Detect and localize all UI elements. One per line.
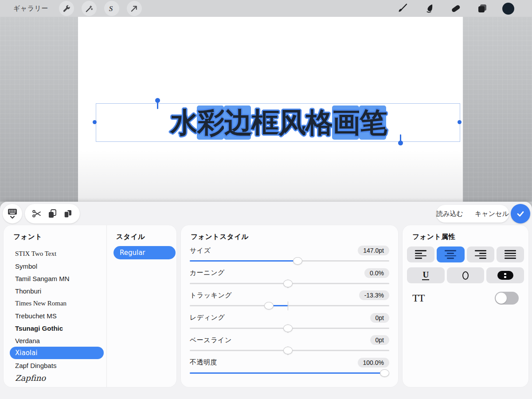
selection-button[interactable]: S [104,1,119,16]
text-selection-box[interactable]: 水彩边框风格画笔 [96,103,460,142]
slider-track[interactable] [190,280,389,288]
eraser-icon [450,3,462,14]
slider-value-badge: 147.0pt [358,246,389,255]
copy-button[interactable] [47,208,58,219]
slider-thumb[interactable] [264,302,274,309]
selection-icon: S [107,4,116,13]
canvas-char[interactable]: 风 [278,106,305,140]
slider-value-badge: 0.0% [364,268,389,278]
slider-label: サイズ [190,246,211,255]
slider-track[interactable] [190,347,389,355]
confirm-button[interactable] [511,204,530,223]
cut-button[interactable] [31,208,42,219]
slider-row: トラッキング -13.3% [190,289,389,312]
slider-row: カーニング 0.0% [190,267,389,290]
layers-icon [477,3,488,14]
adjustments-icon [85,4,93,13]
font-list-item-verdana[interactable]: Verdana [10,334,104,347]
font-list-item-tamil-sangam-mn[interactable]: Tamil Sangam MN [10,272,104,285]
fill-button[interactable] [486,267,524,283]
canvas-char[interactable]: 笔 [359,106,386,140]
slider-fill [190,260,297,262]
align-left-icon [415,250,426,258]
slider-track[interactable] [190,325,389,332]
keyboard-button[interactable] [3,204,22,223]
slider-label: レディング [190,313,225,322]
slider-track[interactable] [190,257,389,265]
keyboard-icon [7,208,18,219]
font-list-item-xiaolai[interactable]: Xiaolai [10,347,104,359]
slider-row: 不透明度 100.0% [190,357,389,379]
canvas-text[interactable]: 水彩边框风格画笔 [170,104,386,142]
fontstyle-panel: フォントスタイル サイズ 147.0pt カーニング 0.0% トラッキング -… [181,225,398,387]
tt-label: TT [412,292,424,304]
font-list-item-zapf-dingbats[interactable]: Zapf Dingbats [10,359,104,372]
slider-thumb[interactable] [283,325,293,332]
font-list-item-stix-two-text[interactable]: STIX Two Text [10,247,104,260]
font-list-item-tsunagi-gothic[interactable]: Tsunagi Gothic [10,322,104,334]
font-list-item-times-new-roman[interactable]: Times New Roman [10,297,104,309]
gallery-button[interactable]: ギャラリー [13,4,48,13]
wrench-icon [62,4,70,13]
align-right-icon [475,250,486,258]
canvas-char[interactable]: 画 [332,106,359,140]
selection-pin-top[interactable] [155,98,160,109]
canvas-workspace: 水彩边框风格画笔 [0,17,532,202]
adjustments-button[interactable] [82,1,97,16]
font-list-item-zapfino[interactable]: Zapfino [10,372,104,384]
slider-value-badge: -13.3% [359,290,389,300]
style-panel-title: スタイル [116,232,145,242]
slider-thumb[interactable] [293,257,302,265]
slider-track[interactable] [190,369,389,377]
eraser-button[interactable] [449,2,462,15]
slider-center-tick [288,301,289,310]
paste-button[interactable] [63,208,73,219]
canvas-char[interactable]: 彩 [197,106,224,140]
font-list-item-trebuchet-ms[interactable]: Trebuchet MS [10,309,104,322]
smudge-button[interactable] [422,2,436,15]
font-list-item-thonburi[interactable]: Thonburi [10,285,104,297]
align-right-button[interactable] [467,246,494,262]
align-justify-button[interactable] [497,246,524,262]
align-justify-icon [505,250,516,258]
cancel-button[interactable]: キャンセル [475,210,509,218]
tt-toggle[interactable] [495,292,519,305]
align-left-button[interactable] [407,246,434,262]
color-swatch[interactable] [502,3,514,15]
slider-value-badge: 0pt [370,335,389,345]
brush-button[interactable] [396,2,409,15]
canvas-char[interactable]: 水 [170,106,197,140]
canvas-char[interactable]: 边 [224,106,251,140]
canvas-char[interactable]: 格 [305,106,332,140]
slider-list: サイズ 147.0pt カーニング 0.0% トラッキング -13.3% [190,245,389,379]
underline-button[interactable]: U [407,267,445,283]
slider-row: サイズ 147.0pt [190,245,389,267]
underline-icon: U [422,270,429,280]
text-editor-sheet: 読み込む キャンセル フォント STIX Two TextSymbolTamil… [0,202,532,399]
font-panel: フォント STIX Two TextSymbolTamil Sangam MNT… [4,225,176,387]
layers-button[interactable] [476,2,489,15]
capitalization-row: TT [403,292,528,305]
slider-value-badge: 100.0% [358,358,389,368]
selection-handle-right[interactable] [458,120,462,124]
top-toolbar: ギャラリー S [0,0,532,17]
slider-track[interactable] [190,302,389,310]
slider-thumb[interactable] [283,347,293,354]
slider-label: トラッキング [190,291,232,300]
style-option-regular[interactable]: Regular [113,246,176,259]
slider-thumb[interactable] [380,369,389,377]
slider-thumb[interactable] [283,280,293,287]
selection-handle-left[interactable] [93,120,97,124]
selection-pin-bottom[interactable] [398,134,403,145]
outline-button[interactable] [447,267,485,283]
wrench-button[interactable] [59,1,74,16]
import-button[interactable]: 読み込む [436,210,463,218]
font-list-item-symbol[interactable]: Symbol [10,260,104,272]
slider-row: レディング 0pt [190,312,389,335]
font-list: STIX Two TextSymbolTamil Sangam MNThonbu… [10,247,104,384]
cut-icon [31,208,42,219]
slider-label: カーニング [190,269,225,277]
transform-button[interactable] [127,1,142,16]
align-center-button[interactable] [437,246,464,262]
canvas-char[interactable]: 框 [251,106,278,140]
